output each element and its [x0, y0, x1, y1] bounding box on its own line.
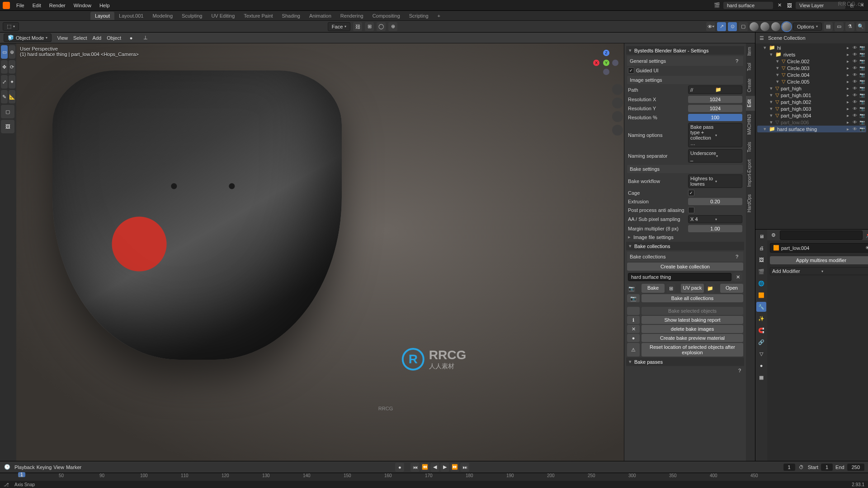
- outliner-item[interactable]: ▽Circle.005▸👁📷: [757, 78, 866, 85]
- menu-edit[interactable]: Edit: [29, 1, 45, 9]
- snap-link-icon[interactable]: ⛓: [353, 22, 362, 31]
- resx-field[interactable]: 1024: [688, 96, 742, 103]
- search-icon[interactable]: 🔍: [856, 22, 865, 31]
- ntab-tool[interactable]: Tool: [746, 59, 755, 75]
- scene-name-field[interactable]: hard surface: [723, 2, 773, 9]
- collection-name-input[interactable]: hard surface thing: [628, 273, 731, 281]
- uvpack-button[interactable]: UV pack: [681, 284, 704, 293]
- bake-passes-header[interactable]: Bake passes: [626, 357, 744, 366]
- bake-button[interactable]: Bake: [642, 284, 665, 293]
- restrict-render-icon[interactable]: 📷: [859, 79, 865, 84]
- new-collection-icon[interactable]: ▭: [835, 22, 844, 31]
- ntab-item[interactable]: Item: [746, 43, 755, 59]
- restrict-render-icon[interactable]: 📷: [859, 52, 865, 57]
- bake-camera-icon[interactable]: 📷: [627, 284, 636, 293]
- remove-collection-icon[interactable]: ✕: [733, 272, 742, 282]
- gizmo-toggle-icon[interactable]: ↗: [717, 22, 726, 31]
- pivot-icon[interactable]: ●: [127, 33, 136, 42]
- outliner-item[interactable]: ▽part_high.002▸👁📷: [757, 99, 866, 105]
- bake-all-camera-icon[interactable]: 📷: [627, 294, 640, 302]
- prop-tab-physics[interactable]: 🧲: [756, 325, 766, 335]
- nav-persp-icon[interactable]: [612, 125, 623, 136]
- menu-help[interactable]: Help: [96, 1, 113, 9]
- timeline-menu-view[interactable]: View: [53, 465, 64, 470]
- filter-icon[interactable]: ▤: [824, 22, 833, 31]
- outliner-item[interactable]: 📁hard surface thing▸👁📷: [757, 126, 866, 132]
- workspace-tab-rendering[interactable]: Rendering: [336, 12, 368, 20]
- restrict-select-icon[interactable]: ▸: [844, 59, 851, 64]
- prop-tab-viewlayer[interactable]: 🖼: [756, 255, 766, 265]
- prop-tab-object[interactable]: 🟧: [756, 290, 766, 300]
- workspace-tab-sculpting[interactable]: Sculpting: [177, 12, 207, 20]
- next-key-icon[interactable]: ⏩: [450, 463, 459, 472]
- tool-cursor[interactable]: ⊕: [9, 45, 15, 59]
- open-button[interactable]: Open: [720, 284, 743, 293]
- menu-window[interactable]: Window: [70, 1, 95, 9]
- help-icon[interactable]: ?: [733, 57, 741, 65]
- restrict-render-icon[interactable]: 📷: [859, 93, 865, 98]
- outliner-item[interactable]: ▽Circle.004▸👁📷: [757, 71, 866, 78]
- restrict-render-icon[interactable]: 📷: [859, 120, 865, 125]
- viewport-menu-object[interactable]: Object: [107, 35, 121, 41]
- timeline-editor-icon[interactable]: 🕒: [4, 464, 11, 471]
- shading-solid-icon[interactable]: [760, 22, 769, 31]
- ppaa-checkbox[interactable]: [688, 207, 694, 213]
- menu-file[interactable]: File: [13, 1, 28, 9]
- restrict-select-icon[interactable]: ▸: [844, 45, 851, 50]
- prop-tab-constraints[interactable]: 🔗: [756, 337, 766, 347]
- outliner-item[interactable]: 📁hi▸👁📷: [757, 44, 866, 51]
- add-modifier-dropdown[interactable]: Add Modifier▾: [770, 267, 868, 275]
- uvpack-icon[interactable]: ⊞: [666, 284, 675, 293]
- active-object-field[interactable]: 🟧 part_low.004✳: [770, 243, 868, 253]
- tool-annotate[interactable]: ✎: [1, 90, 8, 103]
- workspace-tab-scripting[interactable]: Scripting: [405, 12, 433, 20]
- prop-tab-output[interactable]: 🖨: [756, 243, 766, 253]
- restrict-viewport-icon[interactable]: 👁: [852, 93, 858, 98]
- visibility-popover-icon[interactable]: 👁▾: [706, 22, 715, 31]
- shading-wire-icon[interactable]: [750, 22, 759, 31]
- restrict-render-icon[interactable]: 📷: [859, 45, 865, 50]
- cage-checkbox[interactable]: [688, 190, 694, 196]
- restrict-select-icon[interactable]: ▸: [844, 52, 851, 57]
- tool-measure[interactable]: 📐: [9, 90, 15, 103]
- restrict-viewport-icon[interactable]: 👁: [852, 72, 858, 77]
- naming-sep-dropdown[interactable]: Underscore _▾: [688, 149, 742, 163]
- outliner-item[interactable]: ▽Circle.003▸👁📷: [757, 65, 866, 71]
- bake-collections-header[interactable]: Bake collections: [626, 242, 744, 250]
- scene-collection-label[interactable]: Scene Collection: [768, 35, 806, 41]
- timeline-menu-playback[interactable]: Playback: [14, 465, 35, 470]
- nav-zoom-icon[interactable]: [612, 84, 623, 95]
- restrict-render-icon[interactable]: 📷: [859, 127, 865, 131]
- restrict-select-icon[interactable]: ▸: [844, 120, 851, 125]
- ntab-tools[interactable]: Tools: [746, 138, 755, 156]
- restrict-select-icon[interactable]: ▸: [844, 113, 851, 118]
- ntab-edit[interactable]: Edit: [746, 96, 755, 111]
- restrict-viewport-icon[interactable]: 👁: [852, 99, 858, 104]
- restrict-viewport-icon[interactable]: 👁: [852, 106, 858, 111]
- margin-field[interactable]: 1.00: [688, 225, 742, 232]
- workspace-add[interactable]: +: [433, 12, 445, 20]
- outliner-item[interactable]: ▽Circle.002▸👁📷: [757, 58, 866, 65]
- restrict-select-icon[interactable]: ▸: [844, 72, 851, 77]
- bake-selected-button[interactable]: Bake selected objects: [642, 307, 743, 315]
- workspace-tab-modeling[interactable]: Modeling: [148, 12, 177, 20]
- pin-icon[interactable]: ✳: [865, 245, 868, 251]
- new-scene-icon[interactable]: ✕: [776, 2, 783, 9]
- restrict-select-icon[interactable]: ▸: [844, 127, 851, 131]
- ntab-import-export[interactable]: Import-Export: [746, 156, 755, 191]
- restrict-viewport-icon[interactable]: 👁: [852, 79, 858, 84]
- restrict-select-icon[interactable]: ▸: [844, 106, 851, 111]
- restrict-render-icon[interactable]: 📷: [859, 106, 865, 111]
- outliner-item[interactable]: ▽part_high.003▸👁📷: [757, 105, 866, 112]
- snap-toggle-icon[interactable]: ⊞: [365, 22, 374, 31]
- restrict-select-icon[interactable]: ▸: [844, 79, 851, 84]
- jump-start-icon[interactable]: ⏮: [410, 463, 420, 472]
- outliner-item[interactable]: ▽part_high.001▸👁📷: [757, 92, 866, 99]
- extrusion-field[interactable]: 0.20: [688, 198, 742, 205]
- play-rev-icon[interactable]: ◀: [430, 463, 439, 472]
- restrict-viewport-icon[interactable]: 👁: [852, 127, 858, 131]
- proportional-icon[interactable]: ◯: [377, 22, 386, 31]
- prop-tab-particles[interactable]: ✨: [756, 314, 766, 324]
- restrict-render-icon[interactable]: 📷: [859, 66, 865, 70]
- ntab-machin3[interactable]: MACHIN3: [746, 111, 755, 138]
